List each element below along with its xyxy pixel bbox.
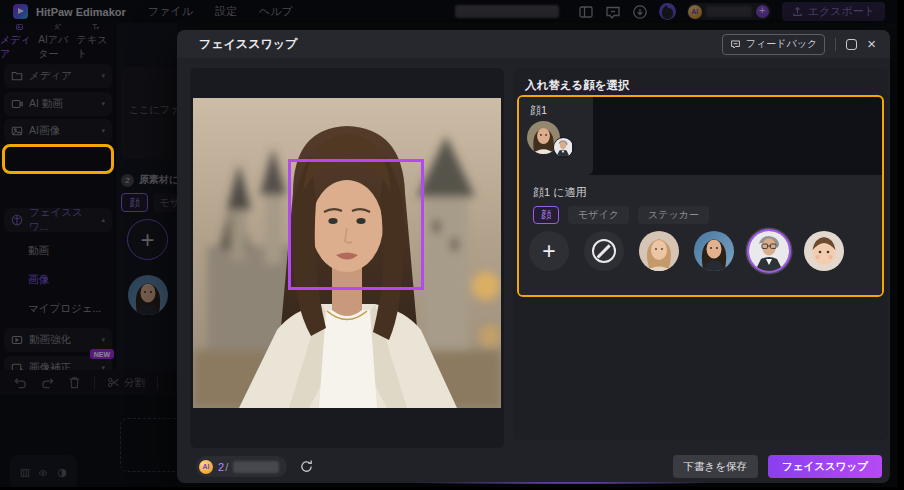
face-options-row: + [529,231,844,271]
feedback-button[interactable]: フィードバック [722,34,825,55]
preset-face-brunette-woman[interactable] [694,231,734,271]
apply-section: 顔1 に適用 顔 モザイク ステッカー + [519,175,882,295]
save-draft-button[interactable]: 下書きを保存 [673,455,759,478]
swap-face-thumbnail [553,137,574,158]
preset-face-man-glasses[interactable] [749,231,789,271]
faceswap-highlight-border [2,144,114,174]
face1-tab[interactable]: 顔1 [519,97,593,175]
add-custom-face-button[interactable]: + [529,231,569,271]
accent-line [417,482,707,484]
preset-face-baby[interactable] [804,231,844,271]
apply-heading: 顔1 に適用 [533,185,586,200]
select-face-heading: 入れ替える顔を選択 [525,78,630,93]
feedback-bubble-icon [730,39,741,50]
prohibit-icon [592,239,616,263]
preset-face-blonde-woman[interactable] [639,231,679,271]
type-tab-face[interactable]: 顔 [533,206,559,224]
face-group-container: 顔1 顔1 に適用 顔 モザイク ステッカー [517,95,884,297]
app-window: HitPaw Edimakor ファイル 設定 ヘルプ AI + エクスポート [0,0,897,487]
credits-used: 2 [218,461,224,473]
faceswap-submit-button[interactable]: フェイススワップ [768,455,882,478]
face-select-panel: 入れ替える顔を選択 顔1 顔1 に適用 顔 モザイク [513,68,888,440]
type-tab-sticker[interactable]: ステッカー [638,206,709,224]
preview-panel [190,68,504,448]
swap-type-tabs: 顔 モザイク ステッカー [533,206,709,224]
modal-title: フェイススワップ [199,36,297,53]
source-image[interactable] [193,98,501,408]
credits-total-redacted [233,461,279,473]
modal-footer: AI 2 / 下書きを保存 フェイススワップ [177,450,890,483]
header-divider [835,38,836,51]
no-face-button[interactable] [584,231,624,271]
close-icon[interactable]: × [867,37,876,51]
face1-label: 顔1 [530,103,547,118]
maximize-button[interactable] [846,39,857,50]
credits-counter: AI 2 / [196,456,287,477]
type-tab-mosaic[interactable]: モザイク [568,206,629,224]
modal-header: フェイススワップ フィードバック × [177,30,890,58]
face-detection-box[interactable] [288,159,424,290]
ai-coin-icon: AI [199,460,213,474]
refresh-icon[interactable] [299,459,314,474]
faceswap-modal: フェイススワップ フィードバック × [177,30,890,483]
